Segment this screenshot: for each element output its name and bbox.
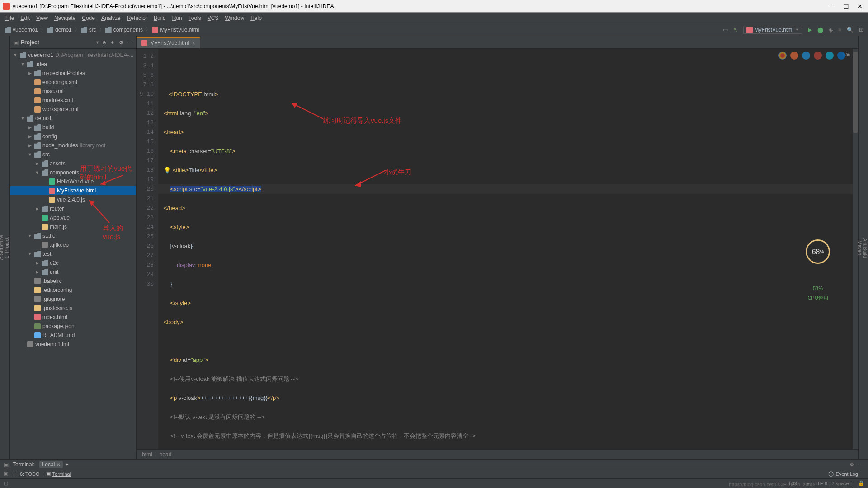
breadcrumb-item[interactable]: components — [105, 27, 143, 33]
menu-build[interactable]: Build — [151, 14, 169, 22]
menu-code[interactable]: Code — [79, 14, 98, 22]
tree-node--idea[interactable]: ▼.idea — [10, 60, 136, 69]
terminal-settings-icon[interactable]: ⚙ — [849, 461, 854, 468]
coverage-button[interactable]: ◈ — [829, 27, 833, 33]
menu-file[interactable]: File — [3, 14, 17, 22]
breadcrumb-item[interactable]: demo1 — [47, 27, 72, 33]
terminal-toggle-icon[interactable]: ▣ — [4, 461, 10, 468]
tree-node-demo1[interactable]: ▼demo1 — [10, 114, 136, 123]
run-configuration[interactable]: MyFristVue.html ▼ — [743, 26, 802, 34]
tree-node-vuedemo1[interactable]: ▼vuedemo1D:\Program Files\IntelliJ-IDEA-… — [10, 51, 136, 60]
terminal-hide-icon[interactable]: — — [859, 461, 864, 468]
search-button[interactable]: 🔍 — [847, 27, 854, 33]
tree-node-assets[interactable]: ▶assets — [10, 159, 136, 168]
editor-body[interactable]: 1 2 3 4 5 6 7 8 9 10 11 12 13 14 15 16 1… — [137, 49, 858, 449]
menu-vcs[interactable]: VCS — [205, 14, 222, 22]
profiler-button[interactable]: ⊞ — [859, 27, 863, 33]
lock-icon[interactable]: 🔒 — [858, 480, 864, 486]
code-pane[interactable]: 👁 <!DOCTYPE html> <html lang="en"> <head… — [158, 49, 853, 449]
settings-icon[interactable]: ⚙ — [119, 40, 123, 45]
terminal-tab-local[interactable]: Local ✕ — [39, 461, 63, 468]
tree-node--babelrc[interactable]: .babelrc — [10, 277, 136, 286]
tree-node-package-json[interactable]: package.json — [10, 322, 136, 331]
inspection-eye-icon[interactable]: 👁 — [844, 51, 851, 60]
hide-icon[interactable]: — — [127, 40, 132, 45]
gutter-tab[interactable]: 1: Project — [4, 41, 9, 455]
breadcrumb-item[interactable]: MyFristVue.html — [152, 27, 199, 33]
run-config-label: MyFristVue.html — [755, 27, 793, 33]
tree-node-src[interactable]: ▼src — [10, 150, 136, 159]
gutter-tab[interactable]: Ant Build — [863, 41, 868, 455]
project-tree[interactable]: 用于练习的vue代码的html 导入的vue.js ▼vuedemo1D:\Pr… — [10, 49, 136, 459]
stop-button[interactable]: ■ — [838, 27, 841, 33]
debug-button[interactable]: ⬤ — [817, 27, 823, 33]
tree-node-app-vue[interactable]: App.vue — [10, 213, 136, 222]
tree-node--gitignore[interactable]: .gitignore — [10, 295, 136, 304]
tree-node--gitkeep[interactable]: .gitkeep — [10, 240, 136, 249]
tree-node-vuedemo1-iml[interactable]: vuedemo1.iml — [10, 340, 136, 349]
chevron-down-icon[interactable]: ▼ — [95, 40, 99, 45]
menu-view[interactable]: View — [33, 14, 51, 22]
add-terminal-button[interactable]: + — [66, 461, 69, 468]
tree-node-index-html[interactable]: index.html — [10, 313, 136, 322]
ie-icon[interactable] — [826, 52, 834, 60]
tree-node-test[interactable]: ▼test — [10, 249, 136, 258]
expand-icon[interactable]: ✦ — [110, 40, 114, 45]
editor-tab-label: MyFristVue.html — [150, 40, 189, 46]
tree-node-node-modules[interactable]: ▶node_moduleslibrary root — [10, 141, 136, 150]
tree-node-components[interactable]: ▼components — [10, 168, 136, 177]
tree-node-main-js[interactable]: main.js — [10, 222, 136, 231]
status-icon[interactable]: ▢ — [4, 480, 8, 486]
tree-node-workspace-xml[interactable]: workspace.xml — [10, 105, 136, 114]
tree-node--editorconfig[interactable]: .editorconfig — [10, 286, 136, 295]
menu-tools[interactable]: Tools — [186, 14, 204, 22]
tree-node-e2e[interactable]: ▶e2e — [10, 258, 136, 267]
breadcrumb-item[interactable]: src — [81, 27, 96, 33]
menu-run[interactable]: Run — [170, 14, 185, 22]
menu-refactor[interactable]: Refactor — [124, 14, 150, 22]
tool-window-icon[interactable]: ▣ — [4, 471, 10, 477]
tree-node-helloworld-vue[interactable]: HelloWorld.vue — [10, 177, 136, 186]
code-breadcrumb-item[interactable]: head — [160, 451, 172, 458]
tree-node--postcssrc-js[interactable]: .postcssrc.js — [10, 304, 136, 313]
chrome-icon[interactable] — [778, 52, 787, 60]
project-toggle-icon[interactable]: ▣ — [14, 39, 19, 46]
tree-node-vue-2-4-0-js[interactable]: vue-2.4.0.js — [10, 195, 136, 204]
tree-node-encodings-xml[interactable]: encodings.xml — [10, 78, 136, 87]
run-button[interactable]: ▶ — [808, 27, 812, 33]
menu-navigate[interactable]: Navigate — [52, 14, 78, 22]
menu-help[interactable]: Help — [248, 14, 264, 22]
gutter-tab[interactable]: 7: Structure — [0, 41, 4, 455]
tree-node-router[interactable]: ▶router — [10, 204, 136, 213]
todo-tab[interactable]: ☰6: TODO — [14, 471, 40, 477]
code-breadcrumb-item[interactable]: html — [142, 451, 152, 458]
tree-node-modules-xml[interactable]: modules.xml — [10, 96, 136, 105]
tree-node-build[interactable]: ▶build — [10, 123, 136, 132]
tree-node-unit[interactable]: ▶unit — [10, 267, 136, 277]
back-icon[interactable]: ↖ — [733, 27, 738, 33]
breadcrumb-item[interactable]: vuedemo1 — [5, 27, 38, 33]
minimize-button[interactable]: — — [829, 3, 835, 10]
edge-icon[interactable] — [837, 52, 845, 60]
editor-scrollbar[interactable] — [853, 49, 858, 449]
close-tab-icon[interactable]: ✕ — [192, 41, 195, 46]
menu-edit[interactable]: Edit — [18, 14, 33, 22]
tree-node-readme-md[interactable]: README.md — [10, 331, 136, 340]
opera-icon[interactable] — [814, 52, 822, 60]
menu-window[interactable]: Window — [222, 14, 247, 22]
tree-node-config[interactable]: ▶config — [10, 132, 136, 141]
tree-node-static[interactable]: ▼static — [10, 231, 136, 240]
device-icon[interactable]: ▭ — [723, 27, 728, 33]
collapse-icon[interactable]: ⊕ — [102, 40, 106, 45]
close-button[interactable]: ✕ — [857, 3, 863, 10]
event-log-tab[interactable]: ◯Event Log — [828, 471, 858, 477]
tree-node-inspectionprofiles[interactable]: ▶inspectionProfiles — [10, 69, 136, 78]
tree-node-misc-xml[interactable]: misc.xml — [10, 87, 136, 96]
firefox-icon[interactable] — [790, 52, 798, 60]
terminal-tab[interactable]: ▣Terminal — [46, 471, 71, 477]
safari-icon[interactable] — [802, 52, 810, 60]
maximize-button[interactable]: ☐ — [843, 3, 849, 10]
tree-node-myfristvue-html[interactable]: MyFristVue.html — [10, 186, 136, 195]
menu-analyze[interactable]: Analyze — [99, 14, 123, 22]
editor-tab-myfristvue[interactable]: MyFristVue.html ✕ — [137, 37, 200, 48]
